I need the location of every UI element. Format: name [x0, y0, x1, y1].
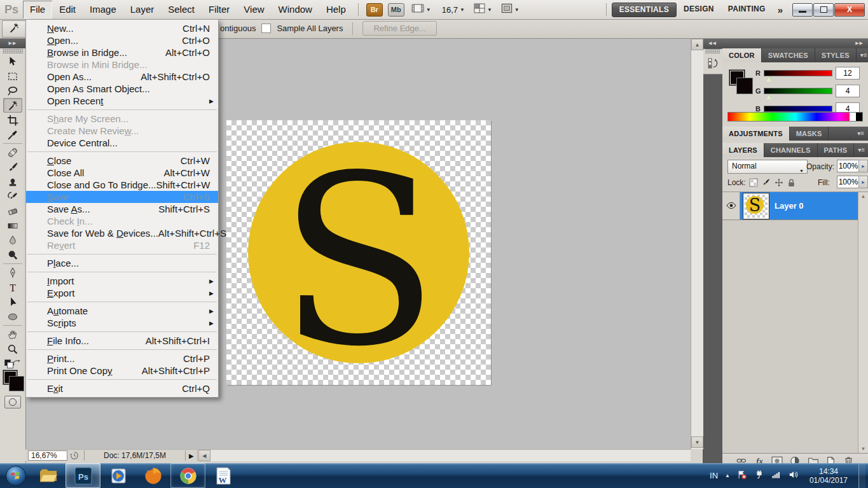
file-menu-item-save-as[interactable]: Save As...Shift+Ctrl+S: [26, 203, 218, 215]
menu-window[interactable]: Window: [272, 1, 319, 18]
layers-scroll-up[interactable]: ▲: [858, 192, 868, 199]
file-menu-item-browse-in-mini-bridge[interactable]: Browse in Mini Bridge...: [26, 59, 218, 71]
tab-channels[interactable]: CHANNELS: [764, 143, 818, 157]
network-signal-icon[interactable]: [771, 470, 782, 482]
file-menu-item-save-for-web-devices[interactable]: Save for Web & Devices...Alt+Shift+Ctrl+…: [26, 227, 218, 239]
file-menu-item-place[interactable]: Place...: [26, 257, 218, 269]
history-brush-tool[interactable]: [3, 189, 22, 204]
file-menu-item-exit[interactable]: ExitCtrl+Q: [26, 382, 218, 394]
file-menu-item-check-in[interactable]: Check In...: [26, 215, 218, 227]
opacity-spinner[interactable]: ▸: [858, 160, 868, 172]
lasso-tool[interactable]: [3, 83, 22, 98]
tools-panel-grip[interactable]: [3, 49, 23, 53]
spectrum-white-swatch[interactable]: [850, 113, 856, 121]
panel-menu-icon[interactable]: ▾≡: [853, 127, 868, 141]
channel-slider[interactable]: [764, 88, 832, 94]
vertical-scrollbar[interactable]: ▲ ▼: [691, 38, 703, 449]
taskbar-media-player[interactable]: [100, 463, 135, 488]
hand-tool[interactable]: [3, 327, 22, 342]
layer-name[interactable]: Layer 0: [775, 201, 804, 211]
show-hidden-icons-chevron[interactable]: ▲: [725, 473, 730, 478]
quick-mask-button[interactable]: [4, 396, 21, 408]
file-menu-item-share-my-screen[interactable]: Share My Screen...: [26, 113, 218, 125]
fill-value[interactable]: 100%: [837, 176, 860, 188]
file-menu-item-new[interactable]: New...Ctrl+N: [26, 22, 218, 34]
tab-layers[interactable]: LAYERS: [722, 143, 764, 157]
swap-colors-icon[interactable]: [13, 358, 21, 369]
menu-image[interactable]: Image: [83, 1, 123, 18]
zoom-level-dropdown[interactable]: 16,7 ▼: [442, 5, 465, 15]
ellipse-tool[interactable]: [3, 309, 22, 324]
file-menu-item-save[interactable]: SaveCtrl+S: [26, 191, 218, 203]
tab-swatches[interactable]: SWATCHES: [762, 48, 815, 62]
color-spectrum-ramp[interactable]: [727, 112, 863, 122]
menu-file[interactable]: File: [23, 1, 52, 18]
history-panel-icon[interactable]: [705, 55, 721, 71]
pen-tool[interactable]: [3, 265, 22, 280]
menu-select[interactable]: Select: [161, 1, 202, 18]
crop-tool[interactable]: [3, 113, 22, 127]
blend-mode-select[interactable]: Normal ▼: [727, 160, 808, 174]
layer-row[interactable]: SLayer 0: [722, 192, 858, 220]
spectrum-black-swatch[interactable]: [856, 113, 862, 121]
slider-marker-icon[interactable]: [766, 76, 772, 81]
taskbar-chrome[interactable]: [170, 463, 205, 488]
horizontal-scrollbar[interactable]: ◀: [197, 450, 691, 461]
slider-marker-icon[interactable]: [766, 94, 772, 99]
background-color-swatch[interactable]: [10, 377, 24, 391]
scroll-down-button[interactable]: ▼: [691, 436, 703, 448]
icon-dock-expand[interactable]: ◀◀: [703, 38, 722, 48]
volume-icon[interactable]: [789, 470, 799, 482]
panel-dock-collapse[interactable]: ▶▶: [722, 38, 868, 48]
file-menu-item-open[interactable]: Open...Ctrl+O: [26, 34, 218, 46]
menu-layer[interactable]: Layer: [123, 1, 162, 18]
file-menu-item-close[interactable]: CloseCtrl+W: [26, 155, 218, 167]
show-desktop-button[interactable]: [858, 463, 865, 488]
file-menu-item-file-info[interactable]: File Info...Alt+Shift+Ctrl+I: [26, 335, 218, 347]
tab-paths[interactable]: PATHS: [818, 143, 855, 157]
file-menu-item-export[interactable]: Export▶: [26, 287, 218, 299]
view-extras-dropdown[interactable]: ▼: [411, 3, 431, 16]
file-menu-item-print-one-copy[interactable]: Print One CopyAlt+Shift+Ctrl+P: [26, 365, 218, 377]
sample-all-layers-checkbox[interactable]: [261, 24, 271, 33]
lock-image-button[interactable]: [761, 177, 771, 188]
tab-masks[interactable]: MASKS: [790, 127, 829, 141]
default-colors-icon[interactable]: [4, 359, 12, 367]
action-center-flag-icon[interactable]: [737, 470, 747, 482]
screen-mode-dropdown[interactable]: ▼: [501, 3, 520, 16]
panel-background-swatch[interactable]: [737, 78, 752, 94]
arrange-documents-dropdown[interactable]: ▼: [474, 3, 492, 16]
file-menu-item-import[interactable]: Import▶: [26, 275, 218, 287]
file-menu-item-open-recent[interactable]: Open Recent▶: [26, 95, 218, 107]
zoom-tool[interactable]: [3, 342, 22, 356]
file-menu-item-browse-in-bridge[interactable]: Browse in Bridge...Alt+Ctrl+O: [26, 46, 218, 59]
spot-healing-brush-tool[interactable]: [3, 145, 22, 160]
channel-slider[interactable]: [764, 106, 832, 112]
panel-menu-icon[interactable]: ▾≡: [857, 48, 868, 62]
layer-visibility-toggle[interactable]: [722, 192, 740, 220]
tab-adjustments[interactable]: ADJUSTMENTS: [722, 127, 790, 141]
scroll-up-button[interactable]: ▲: [691, 39, 703, 50]
type-tool[interactable]: T: [3, 280, 22, 295]
taskbar-photoshop[interactable]: Ps: [65, 463, 100, 488]
move-tool[interactable]: [3, 54, 22, 69]
layer-entry[interactable]: SLayer 0: [740, 192, 858, 220]
eraser-tool[interactable]: [3, 204, 22, 218]
file-menu-item-create-new-review[interactable]: Create New Review...: [26, 125, 218, 137]
tool-preset-picker[interactable]: [2, 20, 26, 38]
taskbar-explorer[interactable]: [31, 463, 65, 488]
channel-value-field[interactable]: 4: [836, 85, 860, 97]
opacity-value[interactable]: 100%: [837, 160, 860, 172]
file-menu-item-open-as[interactable]: Open As...Alt+Shift+Ctrl+O: [26, 71, 218, 83]
gradient-tool[interactable]: [3, 218, 22, 233]
lock-transparency-button[interactable]: [748, 177, 759, 188]
file-menu-item-open-as-smart-object[interactable]: Open As Smart Object...: [26, 83, 218, 95]
rectangular-marquee-tool[interactable]: [3, 69, 22, 83]
menu-view[interactable]: View: [237, 1, 271, 18]
menu-help[interactable]: Help: [319, 1, 353, 18]
language-indicator[interactable]: IN: [710, 471, 718, 480]
document-canvas[interactable]: S: [226, 120, 491, 385]
launch-bridge-button[interactable]: Br: [366, 3, 383, 17]
brush-tool[interactable]: [3, 160, 22, 174]
file-menu-item-close-all[interactable]: Close AllAlt+Ctrl+W: [26, 167, 218, 179]
